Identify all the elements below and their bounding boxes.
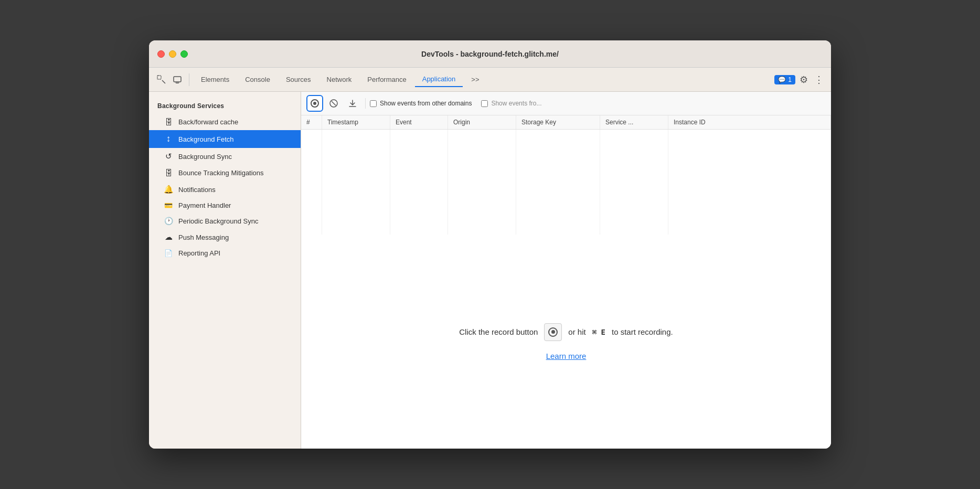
show-events-label-1: Show events from other domains bbox=[380, 100, 472, 107]
instruction-text-end: to start recording. bbox=[612, 327, 673, 336]
svg-rect-2 bbox=[176, 82, 179, 83]
window-title: DevTools - background-fetch.glitch.me/ bbox=[421, 50, 559, 58]
sidebar-item-backgroundfetch[interactable]: ↕ Background Fetch bbox=[149, 130, 301, 148]
tab-elements[interactable]: Elements bbox=[194, 72, 237, 87]
sidebar-item-notifications[interactable]: 🔔 Notifications bbox=[149, 181, 301, 198]
close-button[interactable] bbox=[157, 50, 165, 58]
sidebar-label-reportingapi: Reporting API bbox=[178, 249, 220, 257]
tab-application[interactable]: Application bbox=[415, 72, 463, 87]
inline-record-inner bbox=[548, 327, 558, 337]
th-instanceid: Instance ID bbox=[668, 115, 831, 129]
svg-rect-0 bbox=[157, 76, 161, 79]
sidebar-item-backforward[interactable]: 🗄 Back/forward cache bbox=[149, 114, 301, 130]
tab-performance[interactable]: Performance bbox=[360, 72, 413, 87]
backgroundsync-icon: ↺ bbox=[164, 152, 173, 161]
settings-icon[interactable]: ⚙ bbox=[796, 72, 811, 87]
sidebar-section-title: Background Services bbox=[149, 100, 301, 114]
toolbar-separator-1 bbox=[189, 73, 189, 86]
badge-count: 1 bbox=[788, 76, 792, 83]
empty-col-1 bbox=[301, 130, 322, 235]
tab-console[interactable]: Console bbox=[238, 72, 278, 87]
empty-col-7 bbox=[668, 130, 831, 235]
svg-rect-1 bbox=[174, 77, 181, 82]
maximize-button[interactable] bbox=[180, 50, 188, 58]
inline-record-button bbox=[544, 323, 562, 341]
instruction-key: ⌘ E bbox=[592, 328, 605, 336]
svg-line-4 bbox=[332, 101, 336, 105]
th-timestamp: Timestamp bbox=[322, 115, 390, 129]
periodicbgsync-icon: 🕐 bbox=[164, 217, 173, 225]
center-message: Click the record button or hit ⌘ E to st… bbox=[301, 235, 831, 449]
reportingapi-icon: 📄 bbox=[164, 249, 173, 257]
clear-button[interactable] bbox=[325, 95, 342, 112]
th-origin: Origin bbox=[448, 115, 516, 129]
show-events-input-2[interactable] bbox=[481, 100, 488, 107]
sidebar-label-notifications: Notifications bbox=[178, 186, 216, 194]
panel-separator bbox=[365, 98, 366, 109]
table-header: # Timestamp Event Origin Storage Key Ser… bbox=[301, 115, 831, 130]
learn-more-link[interactable]: Learn more bbox=[546, 352, 587, 360]
backgroundfetch-icon: ↕ bbox=[164, 134, 173, 144]
pushmessaging-icon: ☁ bbox=[164, 232, 173, 242]
download-button[interactable] bbox=[344, 95, 361, 112]
instruction-text-mid: or hit bbox=[568, 327, 585, 336]
tab-more[interactable]: >> bbox=[464, 72, 486, 87]
sidebar-item-bouncetracking[interactable]: 🗄 Bounce Tracking Mitigations bbox=[149, 165, 301, 181]
show-events-checkbox-1[interactable]: Show events from other domains bbox=[370, 100, 472, 107]
sidebar-label-paymenthandler: Payment Handler bbox=[178, 201, 231, 209]
backforward-icon: 🗄 bbox=[164, 118, 173, 126]
record-button-center bbox=[313, 102, 316, 105]
inspect-icon[interactable] bbox=[154, 72, 169, 87]
more-options-icon[interactable]: ⋮ bbox=[812, 74, 826, 86]
panel-toolbar: Show events from other domains Show even… bbox=[301, 92, 831, 115]
empty-col-4 bbox=[448, 130, 516, 235]
th-event: Event bbox=[390, 115, 448, 129]
tab-network[interactable]: Network bbox=[319, 72, 359, 87]
table-body-area: Click the record button or hit ⌘ E to st… bbox=[301, 130, 831, 449]
inline-record-center bbox=[551, 330, 555, 334]
sidebar-item-periodicbgsync[interactable]: 🕐 Periodic Background Sync bbox=[149, 213, 301, 229]
empty-col-6 bbox=[600, 130, 668, 235]
record-instruction: Click the record button or hit ⌘ E to st… bbox=[459, 323, 673, 341]
sidebar: Background Services 🗄 Back/forward cache… bbox=[149, 92, 301, 449]
record-button[interactable] bbox=[306, 95, 323, 112]
console-badge[interactable]: 💬 1 bbox=[774, 75, 795, 84]
empty-table bbox=[301, 130, 831, 235]
sidebar-label-bouncetracking: Bounce Tracking Mitigations bbox=[178, 169, 264, 177]
sidebar-item-pushmessaging[interactable]: ☁ Push Messaging bbox=[149, 229, 301, 246]
sidebar-label-pushmessaging: Push Messaging bbox=[178, 233, 229, 241]
instruction-text-start: Click the record button bbox=[459, 327, 538, 336]
sidebar-item-paymenthandler[interactable]: 💳 Payment Handler bbox=[149, 198, 301, 213]
tab-sources[interactable]: Sources bbox=[279, 72, 318, 87]
sidebar-label-backgroundfetch: Background Fetch bbox=[178, 135, 234, 143]
notifications-icon: 🔔 bbox=[164, 185, 173, 194]
titlebar: DevTools - background-fetch.glitch.me/ bbox=[149, 40, 831, 68]
empty-col-3 bbox=[390, 130, 448, 235]
empty-col-2 bbox=[322, 130, 390, 235]
sidebar-label-periodicbgsync: Periodic Background Sync bbox=[178, 217, 258, 225]
sidebar-label-backgroundsync: Background Sync bbox=[178, 153, 232, 161]
main-panel: Show events from other domains Show even… bbox=[301, 92, 831, 449]
record-button-inner bbox=[311, 99, 319, 108]
content-area: Background Services 🗄 Back/forward cache… bbox=[149, 92, 831, 449]
bouncetracking-icon: 🗄 bbox=[164, 168, 173, 177]
th-service: Service ... bbox=[600, 115, 668, 129]
sidebar-label-backforward: Back/forward cache bbox=[178, 118, 238, 126]
minimize-button[interactable] bbox=[169, 50, 176, 58]
sidebar-item-reportingapi[interactable]: 📄 Reporting API bbox=[149, 246, 301, 261]
badge-icon: 💬 bbox=[778, 76, 786, 83]
th-storagekey: Storage Key bbox=[516, 115, 600, 129]
show-events-label-2: Show events fro... bbox=[491, 100, 541, 107]
device-icon[interactable] bbox=[170, 72, 185, 87]
show-events-input-1[interactable] bbox=[370, 100, 377, 107]
sidebar-item-backgroundsync[interactable]: ↺ Background Sync bbox=[149, 148, 301, 165]
traffic-lights bbox=[157, 50, 188, 58]
main-toolbar: Elements Console Sources Network Perform… bbox=[149, 68, 831, 92]
show-events-checkbox-2[interactable]: Show events fro... bbox=[481, 100, 541, 107]
th-number: # bbox=[301, 115, 322, 129]
empty-col-5 bbox=[516, 130, 600, 235]
devtools-window: DevTools - background-fetch.glitch.me/ E… bbox=[149, 40, 831, 449]
paymenthandler-icon: 💳 bbox=[164, 201, 173, 209]
